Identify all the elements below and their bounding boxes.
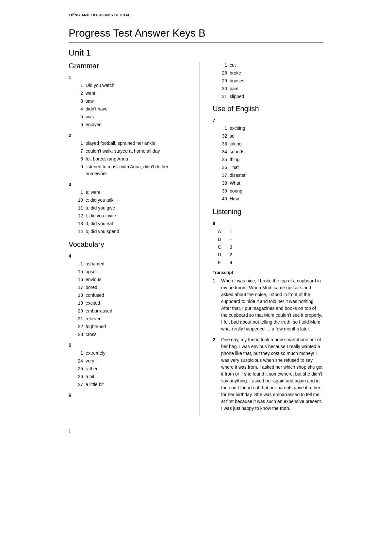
grammar-section-2-number: 2 <box>69 133 186 138</box>
list-item: 1Did you watch <box>74 82 186 89</box>
grammar-list-1: 1Did you watch 2went 3saw 4didn't have 5… <box>74 82 186 128</box>
listening-heading: Listening <box>213 208 323 216</box>
list-item: 21relieved <box>74 315 186 322</box>
list-item: 27a little bit <box>74 381 186 388</box>
list-item: 11a; did you give <box>74 205 186 211</box>
list-item: 17bored <box>74 284 186 291</box>
list-item: 1exciting <box>218 125 323 132</box>
main-title: Progress Test Answer Keys B <box>69 27 323 39</box>
list-item: 20embarrassed <box>74 308 186 314</box>
unit-heading: Unit 1 <box>69 48 323 58</box>
listening-row: A1 <box>218 228 323 236</box>
list-item: 2went <box>74 90 186 97</box>
list-item: 32so <box>218 133 323 140</box>
grammar-section: Grammar 1 1Did you watch 2went 3saw 4did… <box>69 62 186 235</box>
list-item: 22frightened <box>74 323 186 330</box>
list-item: 10c; did you talk <box>74 197 186 204</box>
list-item: 35thing <box>218 156 323 163</box>
transcript-list: 1 When I was nine, I broke the top of a … <box>213 278 323 412</box>
list-item: 19excited <box>74 300 186 307</box>
list-item: 5was <box>74 113 186 120</box>
list-item: 39boring <box>218 188 323 194</box>
vocabulary-section: Vocabulary 4 1ashamed 15upset 16envious … <box>69 240 186 398</box>
listening-row: E4 <box>218 259 323 267</box>
listening-row: C3 <box>218 244 323 251</box>
list-item: 1cut <box>218 62 323 69</box>
list-item: 4didn't have <box>74 106 186 112</box>
right-column: 1cut 28broke 29bruises 30pain 31slipped … <box>199 62 323 416</box>
title-divider <box>69 42 323 42</box>
vocab-section-6-number: 6 <box>69 393 186 398</box>
list-item: 28broke <box>218 70 323 76</box>
list-item: 1ashamed <box>74 261 186 267</box>
list-item: 40How <box>218 195 323 202</box>
vocabulary-heading: Vocabulary <box>69 240 186 249</box>
listening-section: Listening 8 A1 B– C3 D2 E4 Transcript 1 … <box>213 208 323 412</box>
list-item: 9listened to music with Anna; didn't do … <box>74 163 186 177</box>
list-item: 33joking <box>218 141 323 147</box>
list-item: 7couldn't walk; stayed at home all day <box>74 148 186 155</box>
listening-row: D2 <box>218 251 323 259</box>
list-item: 16envious <box>74 276 186 283</box>
uoe-section-7-number: 7 <box>213 118 323 123</box>
vocab-section-4-number: 4 <box>69 253 186 259</box>
list-item: 23cross <box>74 331 186 338</box>
grammar-section-1-number: 1 <box>69 75 186 80</box>
list-item: 12f; did you invite <box>74 212 186 219</box>
list-item: 13d; did you eat <box>74 220 186 227</box>
list-item: 36That <box>218 164 323 171</box>
list-item: 1extremely <box>74 350 186 357</box>
list-item: 18confused <box>74 292 186 299</box>
list-item: 3saw <box>74 98 186 105</box>
left-column: Grammar 1 1Did you watch 2went 3saw 4did… <box>69 62 186 416</box>
list-item: 24very <box>74 358 186 364</box>
list-item: 15upset <box>74 268 186 275</box>
list-item: 26a bit <box>74 373 186 380</box>
list-item: 30pain <box>218 85 323 92</box>
section6-list: 1cut 28broke 29bruises 30pain 31slipped <box>218 62 323 100</box>
uoe-list-7: 1exciting 32so 33joking 34sounds 35thing… <box>218 125 323 202</box>
list-item: 1played football; sprained her ankle <box>74 140 186 147</box>
vocab-list-5: 1extremely 24very 25rather 26a bit 27a l… <box>74 350 186 388</box>
list-item: 1e; were <box>74 189 186 196</box>
grammar-section-3-number: 3 <box>69 182 186 187</box>
transcript-heading: Transcript <box>213 270 323 275</box>
grammar-list-2: 1played football; sprained her ankle 7co… <box>74 140 186 177</box>
use-of-english-heading: Use of English <box>213 105 323 113</box>
listening-table: A1 B– C3 D2 E4 <box>218 228 323 267</box>
vocab-section-5-number: 5 <box>69 343 186 348</box>
list-item: 31slipped <box>218 93 323 100</box>
grammar-list-3: 1e; were 10c; did you talk 11a; did you … <box>74 189 186 235</box>
transcript-item-2: 2 One day, my friend took a new smartpho… <box>213 336 323 412</box>
list-item: 14b; did you spend <box>74 228 186 235</box>
vocab-list-4: 1ashamed 15upset 16envious 17bored 18con… <box>74 261 186 338</box>
use-of-english-section: Use of English 7 1exciting 32so 33joking… <box>213 105 323 202</box>
listening-section-8-number: 8 <box>213 221 323 226</box>
list-item: 37disaster <box>218 172 323 179</box>
list-item: 8felt bored; rang Anna <box>74 156 186 162</box>
list-item: 34sounds <box>218 148 323 155</box>
header-title: TIẾNG ANH 10 FRIENDS GLOBAL <box>69 13 323 17</box>
list-item: 29bruises <box>218 77 323 84</box>
list-item: 25rather <box>74 365 186 372</box>
list-item: 6enjoyed <box>74 121 186 128</box>
page-number: 1 <box>69 429 323 433</box>
transcript-item-1: 1 When I was nine, I broke the top of a … <box>213 278 323 332</box>
grammar-heading: Grammar <box>69 62 186 70</box>
list-item: 38What <box>218 180 323 187</box>
listening-row: B– <box>218 236 323 244</box>
